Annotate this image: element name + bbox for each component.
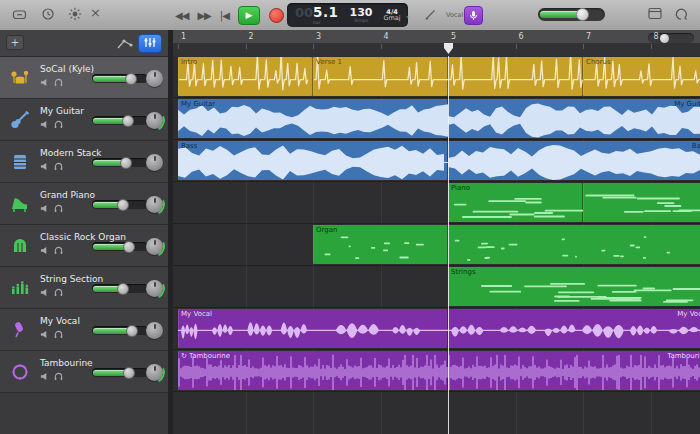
record-button[interactable] (269, 8, 284, 23)
track-name: Grand Piano (40, 190, 95, 200)
zoom-slider-knob[interactable] (660, 34, 669, 43)
track-header-classic-rock-organ[interactable]: Classic Rock Organ (0, 225, 168, 267)
track-pan-knob[interactable] (146, 238, 163, 255)
region-label: My Vocal (677, 310, 700, 319)
lcd-chevron-down-icon[interactable]: ⌄ (405, 11, 412, 20)
track-header-string-section[interactable]: String Section (0, 267, 168, 309)
automation-button[interactable] (116, 36, 134, 50)
track-volume-slider[interactable] (92, 284, 148, 293)
track-volume-knob[interactable] (117, 199, 129, 211)
region-tambourine[interactable]: Tambourine (448, 351, 700, 390)
region-socal[interactable]: Intro (178, 57, 313, 96)
window-icon[interactable] (648, 7, 662, 20)
timeline-ruler[interactable]: 12345678 (173, 30, 700, 56)
track-pan-knob[interactable] (146, 154, 163, 171)
region-organ[interactable]: Organ (313, 225, 448, 264)
playhead-line[interactable] (448, 56, 449, 434)
track-header-grand-piano[interactable]: Grand Piano (0, 183, 168, 225)
mute-icon[interactable] (40, 372, 49, 381)
track-header-my-vocal[interactable]: My Vocal (0, 309, 168, 351)
forward-button[interactable]: ▶▶ (197, 10, 210, 21)
solo-headphones-icon[interactable] (54, 204, 63, 213)
track-volume-knob[interactable] (123, 367, 135, 379)
mute-icon[interactable] (40, 330, 49, 339)
track-pan-knob[interactable] (146, 280, 163, 297)
loop-browser-icon[interactable] (674, 7, 688, 21)
electric-guitar-icon (9, 109, 31, 131)
track-volume-slider[interactable] (92, 200, 148, 209)
solo-headphones-icon[interactable] (54, 120, 63, 129)
row-divider (173, 139, 700, 140)
track-pan-knob[interactable] (146, 322, 163, 339)
solo-headphones-icon[interactable] (54, 246, 63, 255)
garageband-window: × ◀◀ ▶▶ |◀ ▶ ⇄ 005.1 bar 130 Tempo 4/4 G… (0, 0, 700, 434)
track-volume-slider[interactable] (92, 116, 148, 125)
master-volume-knob[interactable] (576, 8, 589, 21)
region-socal[interactable]: Verse 1 (313, 57, 448, 96)
close-icon[interactable]: × (90, 5, 101, 21)
track-pan-knob[interactable] (146, 112, 163, 129)
track-header-socal-kyle-[interactable]: SoCal (Kyle) (0, 57, 168, 99)
track-volume-knob[interactable] (122, 115, 134, 127)
track-volume-knob[interactable] (123, 241, 135, 253)
mute-icon[interactable] (40, 288, 49, 297)
solo-headphones-icon[interactable] (54, 162, 63, 171)
track-volume-knob[interactable] (125, 73, 137, 85)
master-volume-slider[interactable] (538, 8, 605, 21)
brightness-icon[interactable] (68, 7, 82, 21)
mixer-toggle-button[interactable] (138, 34, 162, 53)
solo-headphones-icon[interactable] (54, 372, 63, 381)
region-my-vocal[interactable]: My Vocal (178, 309, 448, 348)
track-volume-slider[interactable] (92, 368, 148, 377)
region-my-vocal[interactable]: My Vocal (448, 309, 700, 348)
mute-icon[interactable] (40, 204, 49, 213)
region-piano[interactable]: Piano (448, 183, 583, 222)
region-my-guitar[interactable]: My Guitar (178, 99, 448, 138)
solo-headphones-icon[interactable] (54, 288, 63, 297)
region-label: Tambourine (667, 352, 700, 361)
solo-headphones-icon[interactable] (54, 78, 63, 87)
track-pan-knob[interactable] (146, 364, 163, 381)
region-strings[interactable]: Strings (448, 267, 700, 306)
region-my-guitar[interactable]: My Guitar (448, 99, 700, 138)
region-piano[interactable] (583, 183, 700, 222)
ruler-bar-number: 6 (519, 32, 524, 41)
mute-icon[interactable] (40, 78, 49, 87)
track-volume-slider[interactable] (92, 74, 148, 83)
track-header-my-guitar[interactable]: My Guitar (0, 99, 168, 141)
mute-icon[interactable] (40, 246, 49, 255)
region-bass[interactable]: Bass (178, 141, 448, 180)
track-volume-slider[interactable] (92, 242, 148, 251)
track-volume-knob[interactable] (117, 283, 129, 295)
track-volume-slider[interactable] (92, 158, 148, 167)
mute-icon[interactable] (40, 120, 49, 129)
track-pan-knob[interactable] (146, 70, 163, 87)
region-tambourine[interactable]: ↻ Tambourine (178, 351, 448, 390)
track-volume-knob[interactable] (120, 157, 132, 169)
clock-icon[interactable] (41, 7, 55, 21)
organ-icon (9, 235, 31, 257)
add-track-button[interactable]: + (6, 35, 24, 50)
region-label-text: Tambourine (189, 352, 230, 360)
vocal-track-badge-icon[interactable] (464, 6, 483, 25)
play-button[interactable]: ▶ (238, 6, 260, 25)
region-organ[interactable] (448, 225, 700, 264)
rewind-button[interactable]: ◀◀ (175, 10, 188, 21)
region-socal[interactable] (448, 57, 583, 96)
go-to-beginning-button[interactable]: |◀ (220, 10, 229, 21)
region-waveform (178, 57, 313, 96)
solo-headphones-icon[interactable] (54, 330, 63, 339)
track-header-modern-stack[interactable]: Modern Stack (0, 141, 168, 183)
pencil-icon[interactable] (424, 8, 437, 21)
arrange-area[interactable]: IntroVerse 1ChorusMy GuitarMy GuitarBass… (173, 56, 700, 434)
mute-icon[interactable] (40, 162, 49, 171)
region-label: ↻ Tambourine (181, 352, 230, 361)
track-pan-knob[interactable] (146, 196, 163, 213)
track-volume-knob[interactable] (126, 325, 138, 337)
track-volume-slider[interactable] (92, 326, 148, 335)
track-header-tambourine[interactable]: Tambourine (0, 351, 168, 393)
lcd-display[interactable]: 005.1 bar 130 Tempo 4/4 Gmaj ⌄ (287, 3, 408, 27)
region-bass[interactable]: Bass (448, 141, 700, 180)
library-icon[interactable] (12, 7, 27, 22)
region-socal[interactable]: Chorus (583, 57, 700, 96)
